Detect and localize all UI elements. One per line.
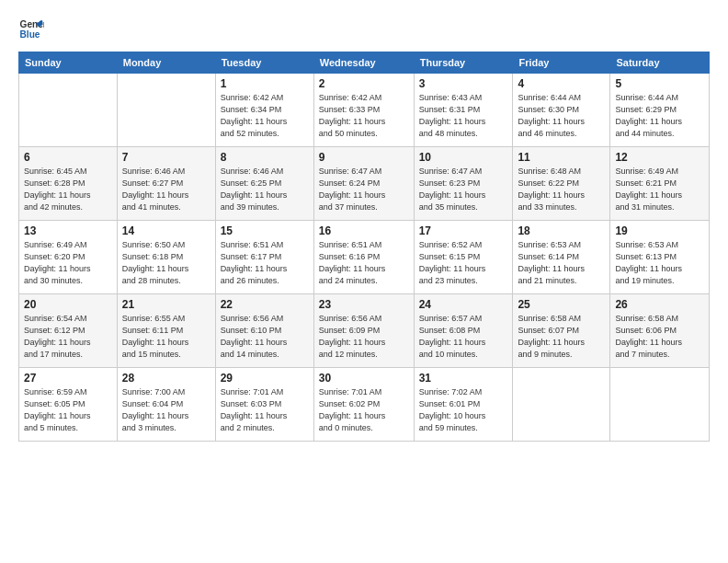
day-info: Sunrise: 6:58 AM Sunset: 6:06 PM Dayligh…: [615, 313, 704, 361]
calendar-cell: 11Sunrise: 6:48 AM Sunset: 6:22 PM Dayli…: [513, 147, 610, 221]
header-day: Friday: [513, 52, 610, 74]
calendar-cell: 12Sunrise: 6:49 AM Sunset: 6:21 PM Dayli…: [610, 147, 710, 221]
header-day: Thursday: [414, 52, 513, 74]
calendar-week-row: 6Sunrise: 6:45 AM Sunset: 6:28 PM Daylig…: [19, 147, 710, 221]
day-number: 9: [319, 151, 409, 164]
day-info: Sunrise: 6:51 AM Sunset: 6:17 PM Dayligh…: [221, 239, 309, 287]
day-info: Sunrise: 6:55 AM Sunset: 6:11 PM Dayligh…: [122, 313, 210, 361]
logo-icon: General Blue: [18, 17, 44, 42]
day-number: 16: [319, 224, 409, 237]
calendar-cell: [19, 74, 118, 147]
calendar-body: 1Sunrise: 6:42 AM Sunset: 6:34 PM Daylig…: [19, 74, 710, 442]
day-number: 17: [419, 224, 508, 237]
day-number: 23: [319, 298, 409, 311]
calendar-page: General Blue SundayMondayTuesdayWednesda…: [0, 0, 728, 563]
calendar-cell: 27Sunrise: 6:59 AM Sunset: 6:05 PM Dayli…: [19, 368, 118, 442]
day-info: Sunrise: 6:53 AM Sunset: 6:14 PM Dayligh…: [518, 239, 605, 287]
day-number: 11: [518, 151, 605, 164]
day-info: Sunrise: 6:47 AM Sunset: 6:24 PM Dayligh…: [319, 166, 409, 213]
day-info: Sunrise: 6:56 AM Sunset: 6:09 PM Dayligh…: [319, 313, 409, 361]
calendar-cell: 2Sunrise: 6:42 AM Sunset: 6:33 PM Daylig…: [313, 74, 414, 147]
calendar-week-row: 27Sunrise: 6:59 AM Sunset: 6:05 PM Dayli…: [19, 368, 710, 442]
day-info: Sunrise: 6:58 AM Sunset: 6:07 PM Dayligh…: [518, 313, 605, 361]
calendar-cell: 13Sunrise: 6:49 AM Sunset: 6:20 PM Dayli…: [19, 221, 118, 294]
day-info: Sunrise: 6:46 AM Sunset: 6:27 PM Dayligh…: [122, 166, 210, 213]
day-info: Sunrise: 6:49 AM Sunset: 6:20 PM Dayligh…: [24, 239, 112, 287]
header-day: Wednesday: [313, 52, 414, 74]
day-number: 29: [221, 372, 309, 385]
header-day: Monday: [117, 52, 215, 74]
day-number: 26: [615, 298, 704, 311]
day-number: 30: [319, 372, 409, 385]
header-day: Sunday: [19, 52, 118, 74]
calendar-cell: 18Sunrise: 6:53 AM Sunset: 6:14 PM Dayli…: [513, 221, 610, 294]
day-number: 2: [319, 77, 409, 90]
calendar-cell: 15Sunrise: 6:51 AM Sunset: 6:17 PM Dayli…: [215, 221, 313, 294]
day-number: 18: [518, 224, 605, 237]
day-number: 19: [615, 224, 704, 237]
day-info: Sunrise: 6:47 AM Sunset: 6:23 PM Dayligh…: [419, 166, 508, 213]
day-info: Sunrise: 6:54 AM Sunset: 6:12 PM Dayligh…: [24, 313, 112, 361]
day-info: Sunrise: 6:52 AM Sunset: 6:15 PM Dayligh…: [419, 239, 508, 287]
day-info: Sunrise: 6:57 AM Sunset: 6:08 PM Dayligh…: [419, 313, 508, 361]
day-info: Sunrise: 6:53 AM Sunset: 6:13 PM Dayligh…: [615, 239, 704, 287]
day-info: Sunrise: 6:56 AM Sunset: 6:10 PM Dayligh…: [221, 313, 309, 361]
calendar-cell: 19Sunrise: 6:53 AM Sunset: 6:13 PM Dayli…: [610, 221, 710, 294]
day-number: 27: [24, 372, 112, 385]
day-number: 7: [122, 151, 210, 164]
day-number: 13: [24, 224, 112, 237]
header-row: SundayMondayTuesdayWednesdayThursdayFrid…: [19, 52, 710, 74]
calendar-cell: 14Sunrise: 6:50 AM Sunset: 6:18 PM Dayli…: [117, 221, 215, 294]
day-number: 22: [221, 298, 309, 311]
calendar-cell: 21Sunrise: 6:55 AM Sunset: 6:11 PM Dayli…: [117, 294, 215, 368]
day-number: 15: [221, 224, 309, 237]
calendar-cell: 25Sunrise: 6:58 AM Sunset: 6:07 PM Dayli…: [513, 294, 610, 368]
calendar-table: SundayMondayTuesdayWednesdayThursdayFrid…: [18, 52, 710, 442]
day-info: Sunrise: 6:48 AM Sunset: 6:22 PM Dayligh…: [518, 166, 605, 213]
calendar-cell: 28Sunrise: 7:00 AM Sunset: 6:04 PM Dayli…: [117, 368, 215, 442]
day-number: 28: [122, 372, 210, 385]
logo: General Blue: [18, 17, 48, 42]
calendar-cell: 17Sunrise: 6:52 AM Sunset: 6:15 PM Dayli…: [414, 221, 513, 294]
calendar-cell: 24Sunrise: 6:57 AM Sunset: 6:08 PM Dayli…: [414, 294, 513, 368]
calendar-cell: 9Sunrise: 6:47 AM Sunset: 6:24 PM Daylig…: [313, 147, 414, 221]
day-info: Sunrise: 7:00 AM Sunset: 6:04 PM Dayligh…: [122, 386, 210, 434]
day-number: 14: [122, 224, 210, 237]
day-number: 21: [122, 298, 210, 311]
day-number: 31: [419, 372, 508, 385]
calendar-cell: 7Sunrise: 6:46 AM Sunset: 6:27 PM Daylig…: [117, 147, 215, 221]
calendar-cell: 30Sunrise: 7:01 AM Sunset: 6:02 PM Dayli…: [313, 368, 414, 442]
calendar-cell: 4Sunrise: 6:44 AM Sunset: 6:30 PM Daylig…: [513, 74, 610, 147]
calendar-cell: [513, 368, 610, 442]
calendar-week-row: 13Sunrise: 6:49 AM Sunset: 6:20 PM Dayli…: [19, 221, 710, 294]
calendar-cell: 31Sunrise: 7:02 AM Sunset: 6:01 PM Dayli…: [414, 368, 513, 442]
calendar-cell: 5Sunrise: 6:44 AM Sunset: 6:29 PM Daylig…: [610, 74, 710, 147]
day-info: Sunrise: 6:50 AM Sunset: 6:18 PM Dayligh…: [122, 239, 210, 287]
calendar-cell: 16Sunrise: 6:51 AM Sunset: 6:16 PM Dayli…: [313, 221, 414, 294]
calendar-cell: 20Sunrise: 6:54 AM Sunset: 6:12 PM Dayli…: [19, 294, 118, 368]
calendar-cell: 10Sunrise: 6:47 AM Sunset: 6:23 PM Dayli…: [414, 147, 513, 221]
calendar-header: SundayMondayTuesdayWednesdayThursdayFrid…: [19, 52, 710, 74]
calendar-cell: 3Sunrise: 6:43 AM Sunset: 6:31 PM Daylig…: [414, 74, 513, 147]
day-number: 3: [419, 77, 508, 90]
day-number: 6: [24, 151, 112, 164]
header-day: Saturday: [610, 52, 710, 74]
page-header: General Blue: [18, 17, 710, 42]
day-number: 24: [419, 298, 508, 311]
day-info: Sunrise: 7:01 AM Sunset: 6:02 PM Dayligh…: [319, 386, 409, 434]
calendar-cell: 26Sunrise: 6:58 AM Sunset: 6:06 PM Dayli…: [610, 294, 710, 368]
day-info: Sunrise: 7:01 AM Sunset: 6:03 PM Dayligh…: [221, 386, 309, 434]
day-info: Sunrise: 6:43 AM Sunset: 6:31 PM Dayligh…: [419, 92, 508, 140]
calendar-cell: 1Sunrise: 6:42 AM Sunset: 6:34 PM Daylig…: [215, 74, 313, 147]
day-number: 10: [419, 151, 508, 164]
svg-text:Blue: Blue: [20, 29, 40, 40]
calendar-cell: 6Sunrise: 6:45 AM Sunset: 6:28 PM Daylig…: [19, 147, 118, 221]
calendar-cell: [610, 368, 710, 442]
calendar-cell: [117, 74, 215, 147]
calendar-week-row: 20Sunrise: 6:54 AM Sunset: 6:12 PM Dayli…: [19, 294, 710, 368]
calendar-cell: 23Sunrise: 6:56 AM Sunset: 6:09 PM Dayli…: [313, 294, 414, 368]
day-number: 25: [518, 298, 605, 311]
day-info: Sunrise: 6:49 AM Sunset: 6:21 PM Dayligh…: [615, 166, 704, 213]
day-info: Sunrise: 7:02 AM Sunset: 6:01 PM Dayligh…: [419, 386, 508, 434]
day-number: 20: [24, 298, 112, 311]
